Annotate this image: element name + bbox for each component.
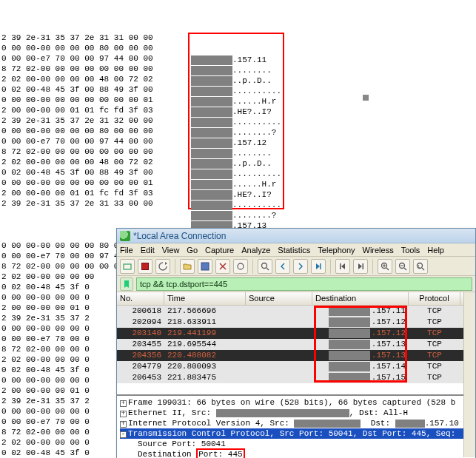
wireshark-window: *Local Area Connection File Edit View Go… xyxy=(116,228,476,458)
open-file-button[interactable] xyxy=(180,259,195,274)
tree-dst-port[interactable]: Destination Port: 445 xyxy=(120,449,472,458)
filter-bookmark-icon[interactable] xyxy=(120,277,133,291)
stop-capture-button[interactable] xyxy=(138,259,152,274)
ascii-row: .157.11 xyxy=(191,55,281,65)
window-title: *Local Area Connection xyxy=(133,231,226,241)
display-filter-bar xyxy=(117,276,475,292)
packet-row[interactable]: 203455219.695544.157.13TCP xyxy=(117,339,475,350)
forward-button[interactable] xyxy=(293,259,308,274)
packet-list-pane[interactable]: No. Time Source Destination Protocol 200… xyxy=(117,292,475,396)
ascii-row: ......H.r xyxy=(191,179,281,189)
svg-rect-6 xyxy=(363,263,364,269)
column-protocol[interactable]: Protocol xyxy=(409,292,460,305)
ascii-row: .......... xyxy=(191,117,281,127)
ascii-row: .......... xyxy=(191,169,281,179)
find-button[interactable] xyxy=(258,259,272,274)
ascii-row: ..p..D.. xyxy=(191,158,281,169)
packet-row[interactable]: 200618217.566696.157.11TCP xyxy=(117,306,475,317)
toolbar: 1 xyxy=(117,257,475,276)
close-button[interactable] xyxy=(215,259,230,274)
save-button[interactable] xyxy=(198,259,212,274)
menu-statistics[interactable]: Statistics xyxy=(278,246,310,255)
reload-button[interactable] xyxy=(233,259,248,274)
packet-row[interactable]: 204356220.488082.157.13TCP xyxy=(117,350,475,361)
svg-rect-5 xyxy=(340,263,341,269)
menu-edit[interactable]: Edit xyxy=(141,246,155,255)
zoom-reset-button[interactable]: 1 xyxy=(413,259,428,274)
menu-file[interactable]: File xyxy=(120,246,133,255)
packet-row[interactable]: 204779220.800093.157.14TCP xyxy=(117,361,475,372)
svg-point-3 xyxy=(262,263,267,268)
packet-list-header: No. Time Source Destination Protocol xyxy=(117,292,475,306)
tree-ethernet[interactable]: +Ethernet II, Src: , Dst: All-H xyxy=(120,408,472,418)
ascii-row: .......... xyxy=(191,86,281,96)
ascii-row: .HE?..I? xyxy=(191,189,281,200)
ascii-row: ..p..D.. xyxy=(191,75,281,86)
last-button[interactable] xyxy=(353,259,368,274)
restart-capture-button[interactable] xyxy=(155,259,170,274)
column-destination[interactable]: Destination xyxy=(312,292,409,305)
packet-row[interactable]: 203140219.441199.157.12TCP xyxy=(117,328,475,339)
scrollbar[interactable] xyxy=(463,292,475,457)
window-titlebar[interactable]: *Local Area Connection xyxy=(117,229,475,243)
zoom-in-button[interactable] xyxy=(378,259,392,274)
ascii-row: ........ xyxy=(191,148,281,158)
menu-bar: File Edit View Go Capture Analyze Statis… xyxy=(117,243,475,257)
ascii-row: ......H.r xyxy=(191,96,281,107)
svg-rect-4 xyxy=(320,263,321,269)
wireshark-icon xyxy=(120,231,130,241)
grey-square xyxy=(363,95,369,101)
menu-go[interactable]: Go xyxy=(187,246,198,255)
menu-tools[interactable]: Tools xyxy=(401,246,420,255)
ascii-row: .157.12 xyxy=(191,138,281,148)
svg-point-2 xyxy=(238,263,244,269)
menu-telephony[interactable]: Telephony xyxy=(318,246,355,255)
first-button[interactable] xyxy=(335,259,350,274)
svg-rect-1 xyxy=(201,263,209,270)
packet-row[interactable]: 202094218.633911.157.12TCP xyxy=(117,317,475,328)
packet-details-pane[interactable]: +Frame 199031: 66 bytes on wire (528 bit… xyxy=(117,396,475,458)
toolbar-open-icon[interactable] xyxy=(120,259,135,274)
menu-help[interactable]: Help xyxy=(427,246,444,255)
packet-row[interactable]: 206453221.883475.157.15TCP xyxy=(117,372,475,383)
menu-analyze[interactable]: Analyze xyxy=(241,246,270,255)
display-filter-input[interactable] xyxy=(136,277,472,291)
jump-button[interactable] xyxy=(311,259,326,274)
ascii-row: ........? xyxy=(191,210,281,220)
svg-rect-0 xyxy=(124,264,131,269)
ascii-row: .HE?..I? xyxy=(191,107,281,117)
ascii-row: ........ xyxy=(191,65,281,75)
tree-src-port[interactable]: Source Port: 50041 xyxy=(120,439,472,449)
ascii-row: .......... xyxy=(191,200,281,210)
back-button[interactable] xyxy=(275,259,290,274)
menu-capture[interactable]: Capture xyxy=(205,246,234,255)
menu-view[interactable]: View xyxy=(162,246,180,255)
column-source[interactable]: Source xyxy=(246,292,312,305)
tree-frame[interactable]: +Frame 199031: 66 bytes on wire (528 bit… xyxy=(120,397,472,408)
column-time[interactable]: Time xyxy=(164,292,246,305)
tree-ip[interactable]: +Internet Protocol Version 4, Src: Dst: … xyxy=(120,418,472,428)
menu-wireless[interactable]: Wireless xyxy=(363,246,394,255)
tree-tcp[interactable]: -Transmission Control Protocol, Src Port… xyxy=(120,428,472,439)
port-highlight: Port: 445 xyxy=(196,448,244,458)
ascii-row: ........? xyxy=(191,127,281,138)
zoom-out-button[interactable] xyxy=(395,259,410,274)
column-no[interactable]: No. xyxy=(117,292,164,305)
